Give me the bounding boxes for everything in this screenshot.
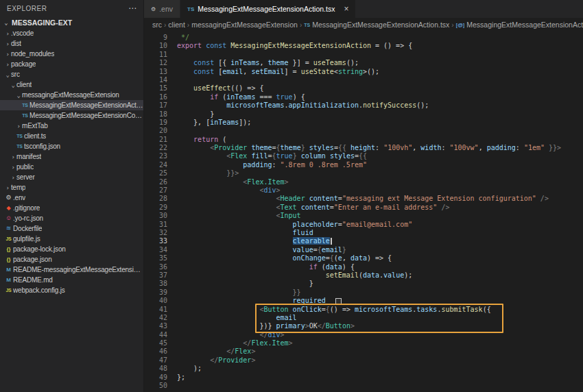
code-line[interactable]: 46 </Flex> <box>144 347 583 356</box>
sidebar-item-package-json[interactable]: {}package.json <box>0 254 143 265</box>
code-line[interactable]: 23 <Flex fill={true} column styles={{ <box>144 152 583 160</box>
code-line[interactable]: 38 } <box>144 280 583 288</box>
sidebar-item--gitignore[interactable]: ◆.gitignore <box>0 203 143 213</box>
sidebar-item-dist[interactable]: ›dist <box>0 38 143 49</box>
sidebar-item-tsconfig-json[interactable]: TStsconfig.json <box>0 141 143 151</box>
sidebar-item-package-lock-json[interactable]: {}package-lock.json <box>0 244 143 254</box>
code-line[interactable]: 45 </Flex.Item> <box>144 339 583 347</box>
ts-file-icon: TS <box>21 100 29 110</box>
code-line[interactable]: 41 <Button onClick={() => microsoftTeams… <box>144 306 583 314</box>
sidebar-item-gulpfile-js[interactable]: JSgulpfile.js <box>0 234 143 244</box>
code-line[interactable]: 16 if (inTeams === true) { <box>144 93 583 101</box>
line-content: </Provider> <box>167 356 255 365</box>
line-content: export const MessagingExtMessageExtensio… <box>167 42 412 50</box>
code-line[interactable]: 22 <Provider theme={theme} styles={{ hei… <box>144 144 583 152</box>
sidebar-item-label: webpack.config.js <box>13 286 65 294</box>
code-line[interactable]: 9 */ <box>144 34 583 42</box>
code-line[interactable]: 44 </div> <box>144 331 583 339</box>
chevron-right-icon: › <box>15 123 22 130</box>
code-line[interactable]: 28 <Header content="messaging ext Messag… <box>144 195 583 203</box>
close-icon[interactable]: × <box>344 4 348 14</box>
sidebar-item-client-ts[interactable]: TSclient.ts <box>0 131 143 141</box>
code-line[interactable]: 12 const [{ inTeams, theme }] = useTeams… <box>144 59 583 67</box>
breadcrumb-item[interactable]: src <box>152 21 162 29</box>
js-file-icon: JS <box>4 234 13 244</box>
code-line[interactable]: 48 ); <box>144 365 583 373</box>
sidebar-item--env[interactable]: ⚙.env <box>0 193 143 203</box>
editor-group: ⚙ .env TS MessagingExtMessageExtensionAc… <box>144 0 583 392</box>
code-line[interactable]: 26 <Flex.Item> <box>144 178 583 186</box>
code-line[interactable]: 31 placeholder="email@email.com" <box>144 221 583 229</box>
code-line[interactable]: 21 return ( <box>144 136 583 144</box>
breadcrumb-separator-icon: › <box>451 21 453 29</box>
code-line[interactable]: 19 }, [inTeams]); <box>144 119 583 127</box>
code-line[interactable]: 32 fluid <box>144 229 583 237</box>
sidebar-item-messagingextmessageextension[interactable]: ⌄messagingExtMessageExtension <box>0 90 143 100</box>
sidebar-item-src[interactable]: ⌄src <box>0 69 143 79</box>
code-line[interactable]: 20 <box>144 127 583 135</box>
code-line[interactable]: 18 } <box>144 110 583 119</box>
sidebar-item-messagingextmessageextensionaction-tsx[interactable]: TSMessagingExtMessageExtensionAction.tsx <box>0 100 143 110</box>
code-line[interactable]: 40 required <box>144 297 583 305</box>
line-content: microsoftTeams.appInitialization.notifyS… <box>167 101 429 110</box>
chevron-right-icon: › <box>10 154 16 160</box>
sidebar-item-label: .env <box>13 194 25 201</box>
sidebar-item-readme-md[interactable]: MREADME.md <box>0 275 143 285</box>
workspace-section-label: MESSAGING-EXT <box>12 19 72 27</box>
sidebar-item-temp[interactable]: ›temp <box>0 182 143 193</box>
code-line[interactable]: 50 <box>144 382 583 390</box>
code-line[interactable]: 42 email <box>144 314 583 322</box>
sidebar-item-webpack-config-js[interactable]: JSwebpack.config.js <box>0 285 143 295</box>
breadcrumb-label: messagingExtMessageExtension <box>191 21 298 29</box>
sidebar-item-label: mExtTab <box>22 122 48 130</box>
breadcrumb-item[interactable]: messagingExtMessageExtension <box>191 21 298 29</box>
code-line[interactable]: 27 <div> <box>144 186 583 195</box>
sidebar-item-mexttab[interactable]: ›mExtTab <box>0 121 143 131</box>
chevron-down-icon: ⌄ <box>4 71 11 78</box>
more-actions-icon[interactable]: ⋯ <box>128 3 136 13</box>
tab-env[interactable]: ⚙ .env <box>144 0 180 18</box>
code-line[interactable]: 24 padding: ".8rem 0 .8rem .5rem" <box>144 161 583 169</box>
breadcrumb-item[interactable]: TSMessagingExtMessageExtensionAction.tsx <box>304 21 449 29</box>
code-line[interactable]: 33 clearable <box>144 237 583 245</box>
code-line[interactable]: 49}; <box>144 373 583 382</box>
code-line[interactable]: 39 }} <box>144 289 583 297</box>
sidebar-item-node-modules[interactable]: ›node_modules <box>0 49 143 59</box>
sidebar-item--vscode[interactable]: ›.vscode <box>0 28 143 38</box>
sidebar-item-messagingextmessageextensionconfig-tsx[interactable]: TSMessagingExtMessageExtensionConfig.tsx <box>0 110 143 121</box>
sidebar-item-dockerfile[interactable]: ≋Dockerfile <box>0 223 143 234</box>
code-line[interactable]: 10export const MessagingExtMessageExtens… <box>144 42 583 50</box>
code-line[interactable]: 47 </Provider> <box>144 356 583 365</box>
ts-file-icon: TS <box>15 131 24 141</box>
sidebar-item-package[interactable]: ›package <box>0 59 143 69</box>
code-line[interactable]: 35 onChange={(e, data) => { <box>144 254 583 262</box>
sidebar-item-label: MessagingExtMessageExtensionConfig.tsx <box>29 112 143 119</box>
code-line[interactable]: 11 <box>144 51 583 59</box>
code-line[interactable]: 36 if (data) { <box>144 263 583 271</box>
breadcrumb-item[interactable]: [@]MessagingExtMessageExtensionAction <box>456 21 583 29</box>
workspace-section-header[interactable]: ⌄ MESSAGING-EXT <box>0 16 143 28</box>
line-content: fluid <box>167 229 313 237</box>
line-number: 47 <box>144 356 167 365</box>
code-line[interactable]: 14 <box>144 76 583 84</box>
code-line[interactable]: 43 })} primary>OK</Button> <box>144 322 583 330</box>
sidebar-item-manifest[interactable]: ›manifest <box>0 151 143 162</box>
sidebar-item-public[interactable]: ›public <box>0 162 143 172</box>
code-line[interactable]: 30 <Input <box>144 212 583 220</box>
sidebar-item-readme-messagingextmessageextensionbot-[interactable]: MREADME-messagingExtMessageExtensionBot.… <box>0 265 143 275</box>
tab-messaging-ext-action[interactable]: TS MessagingExtMessageExtensionAction.ts… <box>180 0 355 18</box>
code-line[interactable]: 34 value={email} <box>144 246 583 254</box>
sidebar-item-client[interactable]: ⌄client <box>0 79 143 90</box>
code-line[interactable]: 17 microsoftTeams.appInitialization.noti… <box>144 101 583 110</box>
code-line[interactable]: 13 const [email, setEmail] = useState<st… <box>144 68 583 76</box>
line-content: <Flex fill={true} column styles={{ <box>167 152 367 160</box>
code-line[interactable]: 29 <Text content="Enter an e-mail addres… <box>144 204 583 212</box>
code-line[interactable]: 15 useEffect(() => { <box>144 84 583 93</box>
breadcrumb-item[interactable]: client <box>168 21 185 29</box>
sidebar-item-server[interactable]: ›server <box>0 172 143 182</box>
code-line[interactable]: 37 setEmail(data.value); <box>144 271 583 280</box>
code-line[interactable]: 25 }}> <box>144 169 583 177</box>
sidebar-item--yo-rc-json[interactable]: ☺.yo-rc.json <box>0 213 143 223</box>
code-editor[interactable]: 9 */10export const MessagingExtMessageEx… <box>144 32 583 392</box>
sidebar-item-label: .gitignore <box>13 204 40 212</box>
